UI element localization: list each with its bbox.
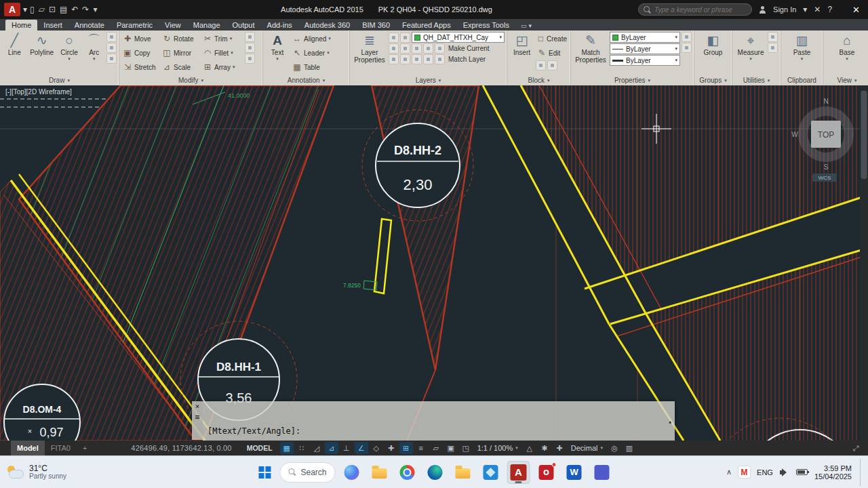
viewport-controls[interactable]: [-][Top][2D Wireframe] — [5, 88, 72, 96]
tab-parametric[interactable]: Parametric — [111, 20, 159, 30]
command-customize-icon[interactable]: ≡ — [195, 413, 200, 422]
folder-app-icon[interactable] — [452, 461, 475, 484]
make-current-button[interactable]: Make Current — [446, 45, 492, 52]
properties-panel-footer[interactable]: Properties ▾ — [571, 75, 694, 85]
help-search-input[interactable] — [654, 6, 736, 14]
annotation-scale-add-button[interactable]: ✚ — [553, 442, 566, 454]
weather-widget[interactable]: 31°C Partly sunny — [0, 464, 102, 481]
tab-autodesk-360[interactable]: Autodesk 360 — [298, 20, 356, 30]
groups-panel-footer[interactable]: Groups ▾ — [694, 75, 732, 85]
linetype-combo[interactable]: ByLayer ▾ — [610, 43, 680, 54]
fillet-button[interactable]: ◠Fillet▾ — [201, 46, 243, 60]
open-file-button[interactable]: ▱ — [39, 5, 45, 14]
id-point-icon[interactable] — [768, 43, 778, 53]
line-button[interactable]: ╱ Line — [2, 32, 27, 57]
window-close-button[interactable]: ✕ — [848, 5, 864, 15]
selection-cycling-toggle[interactable]: ▣ — [444, 442, 458, 454]
viewcube-top-face[interactable]: TOP — [818, 130, 834, 140]
model-space-button[interactable]: MODEL — [247, 444, 273, 452]
layer-freeze-icon[interactable] — [412, 43, 422, 54]
tab-home[interactable]: Home — [5, 20, 37, 30]
save-file-button[interactable]: ⊡ — [49, 5, 56, 14]
autocad-logo-icon[interactable]: A — [4, 3, 20, 16]
object-snap-tracking-toggle[interactable]: ✚ — [384, 442, 398, 454]
isometric-drafting-toggle[interactable]: ◇ — [370, 442, 383, 454]
lineweight-combo[interactable]: ByLayer ▾ — [610, 55, 680, 66]
measure-button[interactable]: ⌖ Measure ▾ — [735, 32, 766, 62]
group-button[interactable]: ◧ Group — [698, 32, 728, 57]
utilities-panel-footer[interactable]: Utilities ▾ — [732, 75, 781, 85]
annotation-scale-combo[interactable]: 1:1 / 100% ▾ — [473, 444, 522, 452]
qat-overflow-caret-icon[interactable]: ▾ — [93, 5, 97, 14]
sign-in-button[interactable]: Sign In — [773, 5, 796, 14]
block-editor-icon[interactable] — [547, 60, 557, 70]
recent-commands-icon[interactable]: ▴ — [669, 418, 672, 425]
dimension-aligned-button[interactable]: ↔Aligned▾ — [291, 32, 345, 45]
taskbar-search[interactable]: Search — [279, 462, 335, 483]
grid-display-toggle[interactable]: ▦ — [280, 442, 294, 454]
units-combo[interactable]: Decimal ▾ — [567, 444, 607, 452]
circle-button[interactable]: ○ Circle ▾ — [57, 32, 82, 62]
insert-block-button[interactable]: ◰ Insert — [509, 32, 534, 57]
object-color-combo[interactable]: ByLayer ▾ — [610, 32, 680, 43]
photos-app-icon[interactable] — [479, 461, 502, 484]
mirror-button[interactable]: ◫Mirror — [161, 46, 200, 60]
start-button[interactable] — [254, 462, 275, 483]
tab-bim-360[interactable]: BIM 360 — [356, 20, 396, 30]
exchange-apps-icon[interactable]: ✕ — [814, 5, 821, 14]
edge-app-icon[interactable] — [424, 461, 447, 484]
create-block-button[interactable]: □Create — [536, 32, 568, 45]
erase-tool-icon[interactable] — [245, 32, 255, 42]
move-button[interactable]: ✚Move — [121, 32, 159, 45]
show-desktop-button[interactable] — [860, 459, 863, 486]
add-layout-button[interactable]: + — [77, 441, 93, 455]
block-panel-footer[interactable]: Block ▾ — [507, 75, 570, 85]
arc-button[interactable]: ⌒ Arc ▾ — [83, 32, 105, 62]
help-icon[interactable]: ? — [827, 5, 832, 14]
drawing-area[interactable]: 41.0000 — [0, 85, 868, 441]
infer-constraints-toggle[interactable]: ◿ — [310, 442, 323, 454]
clock[interactable]: 3:59 PM 15/04/2025 — [814, 464, 852, 481]
sign-in-caret-icon[interactable]: ▾ — [803, 5, 807, 14]
graphics-performance-button[interactable]: ▥ — [623, 442, 636, 454]
layer-unlock-icon[interactable] — [412, 54, 422, 64]
match-layer-button[interactable]: Match Layer — [446, 56, 488, 63]
tab-output[interactable]: Output — [226, 20, 261, 30]
layer-walk-icon[interactable] — [423, 54, 433, 64]
list-tool-icon[interactable] — [682, 43, 692, 53]
stretch-button[interactable]: ⇲Stretch — [121, 60, 159, 74]
teams-app-icon[interactable] — [591, 461, 614, 484]
tab-add-ins[interactable]: Add-ins — [261, 20, 298, 30]
scrollbar-thumb[interactable] — [861, 91, 867, 179]
modify-panel-footer[interactable]: Modify ▾ — [119, 75, 262, 85]
quick-select-icon[interactable] — [768, 32, 778, 42]
polyline-button[interactable]: ∿ Polyline — [28, 32, 56, 57]
tab-express-tools[interactable]: Express Tools — [457, 20, 515, 30]
workspace-switching-button[interactable]: ✱ — [538, 442, 551, 454]
logo-caret-icon[interactable]: ▾ — [23, 5, 27, 14]
annotation-panel-footer[interactable]: Annotation ▾ — [263, 75, 349, 85]
dynamic-input-toggle[interactable]: ⊿ — [325, 442, 338, 454]
view-panel-footer[interactable]: View ▾ — [823, 75, 868, 85]
polar-tracking-toggle[interactable]: ∠ — [355, 442, 368, 454]
offset-tool-icon[interactable] — [245, 54, 255, 64]
hatch-tool-icon[interactable] — [106, 54, 117, 64]
tab-manage[interactable]: Manage — [187, 20, 226, 30]
table-button[interactable]: ▦Table — [291, 60, 345, 74]
copy-button[interactable]: ▣Copy — [121, 46, 159, 60]
annotation-monitor-toggle[interactable]: ◳ — [459, 442, 473, 454]
ribbon-display-toggle[interactable]: ▭ ▾ — [521, 22, 532, 30]
match-properties-button[interactable]: ✎ Match Properties — [573, 32, 608, 64]
leader-button[interactable]: ↖Leader▾ — [291, 46, 345, 60]
battery-icon[interactable] — [796, 469, 808, 475]
edit-block-button[interactable]: ✎Edit — [536, 46, 568, 60]
rectangle-tool-icon[interactable] — [106, 32, 117, 42]
layer-off-icon[interactable] — [389, 43, 399, 54]
undo-button[interactable]: ↶ — [71, 5, 78, 14]
layer-on-icon[interactable] — [435, 43, 445, 54]
mail-tray-icon[interactable]: M — [738, 466, 750, 478]
transparency-toggle[interactable]: ▱ — [429, 442, 443, 454]
properties-palette-icon[interactable] — [682, 32, 692, 42]
array-button[interactable]: ⊞Array▾ — [201, 60, 243, 74]
redo-button[interactable]: ↷ — [82, 5, 89, 14]
